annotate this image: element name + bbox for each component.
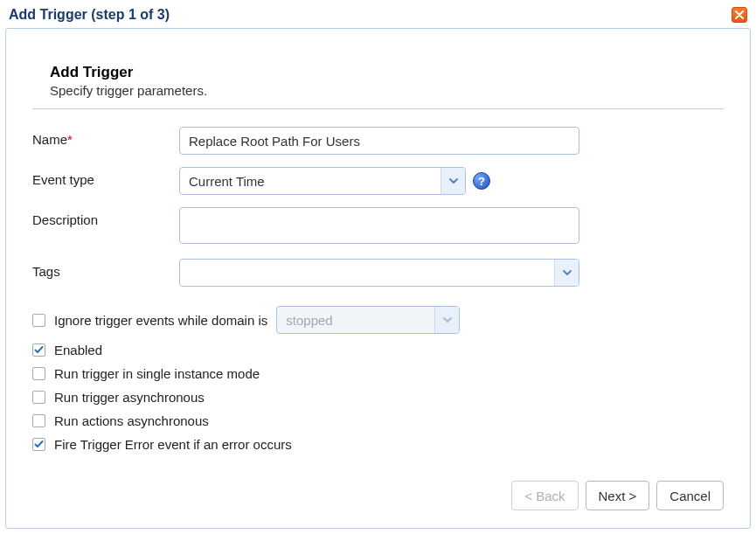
next-button[interactable]: Next > bbox=[586, 481, 650, 510]
enabled-row: Enabled bbox=[32, 343, 724, 357]
section-subtitle: Specify trigger parameters. bbox=[50, 83, 724, 98]
ignore-state-select[interactable]: stopped bbox=[276, 306, 460, 334]
single-instance-row: Run trigger in single instance mode bbox=[32, 366, 724, 381]
form-grid: Name* Event type Current Time ? Descript… bbox=[32, 127, 724, 287]
async-trigger-label: Run trigger asynchronous bbox=[54, 390, 205, 405]
required-asterisk: * bbox=[67, 132, 73, 147]
description-input[interactable] bbox=[179, 207, 579, 244]
async-trigger-row: Run trigger asynchronous bbox=[32, 390, 724, 405]
async-actions-label: Run actions asynchronous bbox=[54, 413, 209, 428]
cancel-button[interactable]: Cancel bbox=[656, 481, 724, 510]
add-trigger-dialog: Add Trigger (step 1 of 3) Add Trigger Sp… bbox=[0, 0, 756, 534]
enabled-label: Enabled bbox=[54, 343, 102, 357]
dialog-body: Add Trigger Specify trigger parameters. … bbox=[5, 28, 751, 529]
enabled-checkbox[interactable] bbox=[32, 343, 45, 357]
fire-error-label: Fire Trigger Error event if an error occ… bbox=[54, 437, 292, 452]
name-input[interactable] bbox=[179, 127, 579, 155]
event-type-label: Event type bbox=[32, 167, 172, 187]
dialog-title: Add Trigger (step 1 of 3) bbox=[9, 7, 170, 23]
event-type-select[interactable]: Current Time bbox=[179, 167, 466, 195]
ignore-events-checkbox[interactable] bbox=[32, 314, 45, 327]
single-instance-checkbox[interactable] bbox=[32, 367, 45, 380]
fire-error-checkbox[interactable] bbox=[32, 438, 45, 451]
close-icon[interactable] bbox=[732, 7, 747, 23]
checkbox-block: Ignore trigger events while domain is st… bbox=[32, 306, 724, 452]
help-icon[interactable]: ? bbox=[473, 172, 490, 190]
async-actions-checkbox[interactable] bbox=[32, 414, 45, 427]
async-trigger-checkbox[interactable] bbox=[32, 391, 45, 404]
event-type-value: Current Time bbox=[180, 174, 440, 189]
section-divider bbox=[32, 108, 724, 109]
tags-label: Tags bbox=[32, 259, 172, 279]
single-instance-label: Run trigger in single instance mode bbox=[54, 366, 260, 381]
section-header: Add Trigger Specify trigger parameters. bbox=[32, 64, 724, 98]
chevron-down-icon[interactable] bbox=[434, 307, 459, 333]
dialog-header: Add Trigger (step 1 of 3) bbox=[0, 0, 756, 28]
chevron-down-icon[interactable] bbox=[554, 260, 579, 286]
name-label: Name* bbox=[32, 127, 172, 147]
async-actions-row: Run actions asynchronous bbox=[32, 413, 724, 428]
dialog-footer: < Back Next > Cancel bbox=[32, 463, 724, 510]
tags-select[interactable] bbox=[179, 259, 579, 287]
ignore-state-value: stopped bbox=[277, 313, 434, 328]
back-button[interactable]: < Back bbox=[511, 481, 578, 510]
chevron-down-icon[interactable] bbox=[440, 168, 465, 194]
fire-error-row: Fire Trigger Error event if an error occ… bbox=[32, 437, 724, 452]
ignore-events-row: Ignore trigger events while domain is st… bbox=[32, 306, 724, 334]
section-title: Add Trigger bbox=[50, 64, 724, 81]
description-label: Description bbox=[32, 207, 172, 227]
ignore-events-label: Ignore trigger events while domain is bbox=[54, 313, 267, 328]
